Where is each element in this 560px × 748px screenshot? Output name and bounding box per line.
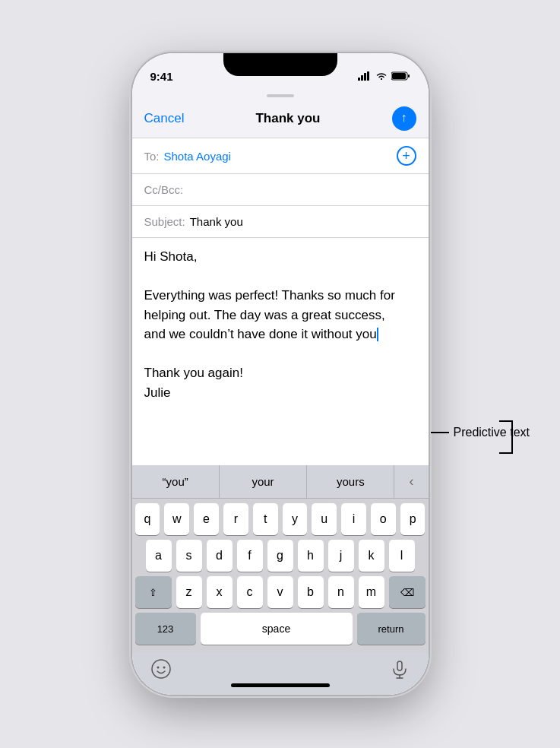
email-body[interactable]: Hi Shota, Everything was perfect! Thanks… — [132, 238, 429, 465]
predictive-collapse-button[interactable]: ‹ — [394, 474, 428, 490]
svg-rect-6 — [408, 74, 410, 78]
compose-title: Thank you — [255, 111, 320, 126]
to-field-row: To: Shota Aoyagi + — [132, 138, 429, 174]
svg-rect-11 — [397, 661, 402, 670]
signal-icon — [358, 71, 372, 81]
compose-area: Cancel Thank you ↑ To: Shota Aoyagi + — [132, 90, 429, 695]
send-icon: ↑ — [401, 111, 407, 125]
to-value[interactable]: Shota Aoyagi — [164, 150, 397, 163]
subject-value[interactable]: Thank you — [190, 215, 416, 228]
key-c[interactable]: c — [237, 576, 263, 608]
key-p[interactable]: p — [400, 503, 426, 535]
key-s[interactable]: s — [176, 540, 202, 572]
key-d[interactable]: d — [207, 540, 233, 572]
svg-rect-1 — [361, 75, 363, 81]
keyboard-row-2: a s d f g h j k l — [135, 540, 426, 572]
battery-icon — [391, 71, 410, 81]
key-t[interactable]: t — [253, 503, 278, 535]
body-line8: Julie — [144, 383, 416, 403]
subject-label: Subject: — [144, 215, 185, 228]
body-line7: Thank you again! — [144, 363, 416, 383]
key-x[interactable]: x — [207, 576, 233, 608]
drag-handle-bar — [267, 94, 294, 97]
delete-key[interactable]: ⌫ — [389, 576, 426, 608]
dictate-icon — [389, 658, 410, 680]
body-line4: helping out. The day was a great success… — [144, 306, 416, 325]
key-v[interactable]: v — [267, 576, 293, 608]
text-cursor — [377, 328, 378, 341]
status-icons — [358, 71, 410, 81]
dictate-button[interactable] — [389, 658, 410, 683]
svg-point-10 — [163, 667, 165, 669]
keyboard: q w e r t y u i o p a — [132, 499, 429, 652]
svg-rect-7 — [392, 73, 406, 79]
bottom-bar — [132, 652, 429, 695]
cc-bcc-field-row[interactable]: Cc/Bcc: — [132, 174, 429, 206]
key-m[interactable]: m — [359, 576, 384, 608]
key-k[interactable]: k — [359, 540, 384, 572]
predictive-item-2[interactable]: your — [220, 465, 307, 498]
key-l[interactable]: l — [389, 540, 415, 572]
key-j[interactable]: j — [328, 540, 354, 572]
keyboard-row-3: ⇧ z x c v b n m ⌫ — [135, 576, 426, 608]
key-h[interactable]: h — [298, 540, 324, 572]
send-button[interactable]: ↑ — [392, 106, 416, 131]
add-contact-button[interactable]: + — [397, 146, 416, 166]
key-r[interactable]: r — [223, 503, 248, 535]
plus-icon: + — [402, 148, 410, 164]
key-e[interactable]: e — [194, 503, 219, 535]
body-line5: and we couldn’t have done it without you — [144, 325, 416, 344]
numbers-key[interactable]: 123 — [135, 613, 196, 645]
to-label: To: — [144, 150, 160, 163]
wifi-icon — [375, 71, 388, 81]
cancel-button[interactable]: Cancel — [144, 111, 185, 126]
svg-point-4 — [381, 78, 382, 80]
key-w[interactable]: w — [164, 503, 189, 535]
home-indicator — [231, 683, 330, 687]
key-u[interactable]: u — [312, 503, 337, 535]
subject-field-row[interactable]: Subject: Thank you — [132, 206, 429, 238]
key-g[interactable]: g — [267, 540, 293, 572]
compose-header: Cancel Thank you ↑ — [132, 99, 429, 138]
body-line3: Everything was perfect! Thanks so much f… — [144, 286, 416, 306]
svg-rect-2 — [364, 73, 366, 81]
keyboard-area: “you” your yours ‹ q w e r t — [132, 465, 429, 695]
return-key[interactable]: return — [357, 613, 426, 645]
emoji-icon — [150, 658, 172, 680]
space-key[interactable]: space — [201, 613, 353, 645]
key-n[interactable]: n — [328, 576, 354, 608]
predictive-bar: “you” your yours ‹ — [132, 465, 429, 499]
key-o[interactable]: o — [371, 503, 396, 535]
predictive-item-1[interactable]: “you” — [132, 465, 220, 498]
svg-point-8 — [152, 660, 170, 678]
predictive-item-3[interactable]: yours — [307, 465, 394, 498]
drag-handle — [132, 90, 429, 99]
keyboard-row-4: 123 space return — [135, 613, 426, 645]
body-line6 — [144, 344, 416, 364]
svg-rect-3 — [367, 71, 369, 81]
body-line2 — [144, 267, 416, 287]
status-time: 9:41 — [150, 70, 173, 83]
key-y[interactable]: y — [283, 503, 308, 535]
key-f[interactable]: f — [237, 540, 263, 572]
cc-bcc-label: Cc/Bcc: — [144, 183, 184, 196]
body-line1: Hi Shota, — [144, 247, 416, 267]
key-q[interactable]: q — [135, 503, 160, 535]
svg-point-9 — [157, 667, 159, 669]
annotation-line — [431, 432, 449, 433]
predictive-text-annotation: Predictive text — [431, 426, 530, 439]
shift-key[interactable]: ⇧ — [135, 576, 172, 608]
key-b[interactable]: b — [298, 576, 324, 608]
key-i[interactable]: i — [341, 503, 366, 535]
svg-rect-0 — [358, 78, 360, 81]
key-a[interactable]: a — [146, 540, 172, 572]
phone-shell: 9:41 — [132, 53, 429, 695]
keyboard-row-1: q w e r t y u i o p — [135, 503, 426, 535]
key-z[interactable]: z — [176, 576, 202, 608]
emoji-button[interactable] — [150, 658, 172, 683]
notch — [223, 53, 337, 76]
screen: 9:41 — [132, 53, 429, 695]
annotation-label: Predictive text — [454, 426, 530, 439]
